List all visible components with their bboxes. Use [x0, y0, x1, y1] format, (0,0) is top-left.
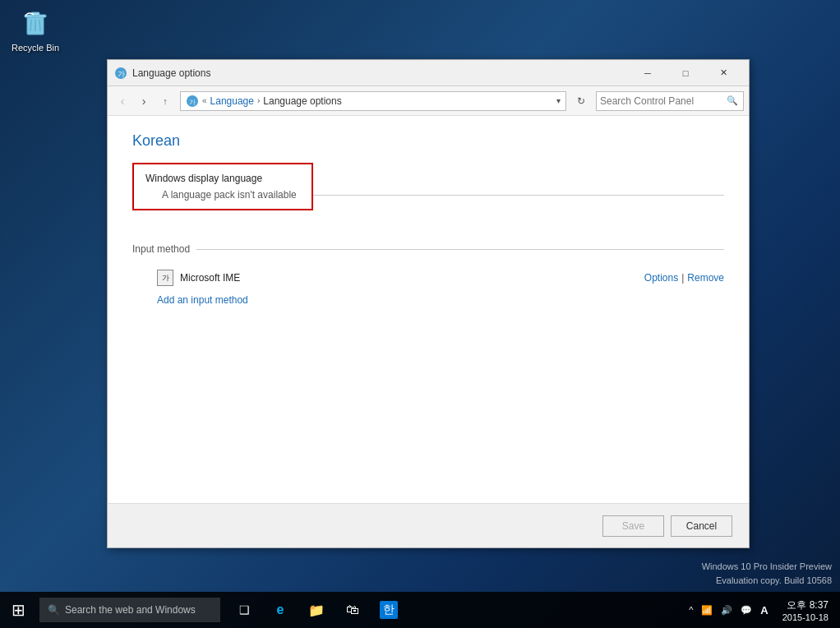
tray-message-icon[interactable]: 💬 — [738, 603, 755, 617]
language-pack-status: A language pack isn't available — [162, 189, 300, 201]
add-input-method-link[interactable]: Add an input method — [157, 294, 248, 306]
windows-watermark: Windows 10 Pro Insider Preview Evaluatio… — [702, 560, 832, 587]
forward-button[interactable]: › — [134, 91, 154, 111]
recycle-bin-icon[interactable]: Recycle Bin — [7, 7, 64, 53]
taskbar: ⊞ 🔍 Search the web and Windows ❑ e 📁 🛍 한 — [0, 592, 840, 628]
watermark-line1: Windows 10 Pro Insider Preview — [702, 560, 832, 574]
maximize-icon: □ — [683, 68, 689, 78]
svg-line-5 — [39, 20, 40, 31]
system-tray: ^ 📶 🔊 💬 A — [681, 603, 776, 618]
start-button[interactable]: ⊞ — [0, 592, 36, 628]
recycle-bin-label: Recycle Bin — [12, 43, 59, 53]
address-separator-left: « — [202, 96, 207, 105]
search-box: 🔍 — [596, 91, 744, 111]
language-bar-button[interactable]: 한 — [372, 592, 406, 628]
close-button[interactable]: ✕ — [704, 60, 742, 86]
store-button[interactable]: 🛍 — [335, 592, 370, 628]
ime-separator: | — [681, 272, 684, 284]
up-button[interactable]: ↑ — [155, 91, 175, 111]
minimize-icon: ─ — [644, 68, 651, 78]
file-explorer-button[interactable]: 📁 — [299, 592, 334, 628]
taskbar-right: ^ 📶 🔊 💬 A 오후 8:37 2015-10-18 — [681, 598, 840, 622]
start-icon: ⊞ — [12, 600, 25, 620]
svg-text:가: 가 — [189, 99, 196, 106]
window-title: Language options — [132, 67, 629, 79]
address-bar-icon: 가 — [186, 95, 199, 108]
clock-date: 2015-10-18 — [782, 612, 828, 622]
display-language-box: Windows display language A language pack… — [132, 163, 313, 210]
display-language-section-label: Windows display language — [145, 173, 300, 184]
maximize-button[interactable]: □ — [667, 60, 704, 86]
close-icon: ✕ — [720, 67, 727, 78]
tray-language-icon[interactable]: A — [758, 603, 770, 618]
tray-network-icon[interactable]: 📶 — [699, 603, 715, 617]
clock-time: 오후 8:37 — [787, 598, 828, 612]
svg-line-3 — [30, 20, 31, 31]
input-method-section-header: Input method — [132, 243, 724, 255]
taskbar-search-icon: 🔍 — [48, 604, 60, 616]
ime-options-link[interactable]: Options — [644, 272, 678, 284]
svg-text:가: 가 — [118, 70, 125, 78]
ime-char-icon: 가 — [162, 273, 169, 284]
ime-icon: 가 — [157, 270, 173, 286]
watermark-line2: Evaluation copy. Build 10568 — [702, 574, 832, 588]
ime-row: 가 Microsoft IME Options | Remove — [157, 265, 724, 291]
window-icon: 가 — [114, 67, 127, 80]
task-view-icon: ❑ — [239, 603, 250, 616]
language-bar-icon: 한 — [380, 601, 398, 619]
window-content: Korean Windows display language A langua… — [108, 116, 749, 503]
address-bar[interactable]: 가 « Language › Language options ▾ — [180, 91, 566, 111]
taskbar-pinned-apps: ❑ e 📁 🛍 한 — [227, 592, 406, 628]
input-method-line — [196, 249, 724, 250]
window-footer: Save Cancel — [108, 503, 749, 547]
refresh-button[interactable]: ↻ — [571, 91, 591, 111]
address-arrow: › — [257, 96, 260, 105]
display-language-section-header: Windows display language A language pack… — [132, 163, 724, 227]
ime-remove-link[interactable]: Remove — [687, 272, 724, 284]
edge-button[interactable]: e — [263, 592, 298, 628]
window-controls: ─ □ ✕ — [629, 60, 742, 86]
search-button[interactable]: 🔍 — [725, 94, 740, 109]
clock[interactable]: 오후 8:37 2015-10-18 — [776, 598, 835, 622]
language-title: Korean — [132, 132, 724, 150]
language-options-window: 가 Language options ─ □ ✕ ‹ › — [107, 59, 750, 548]
ime-actions: Options | Remove — [644, 272, 724, 284]
taskbar-search-placeholder: Search the web and Windows — [65, 604, 196, 616]
store-icon: 🛍 — [346, 603, 359, 617]
forward-icon: › — [142, 95, 146, 108]
navigation-bar: ‹ › ↑ 가 « Language › Language options ▾ — [108, 86, 749, 116]
display-language-line — [313, 195, 724, 196]
edge-icon: e — [277, 603, 284, 617]
address-current: Language options — [263, 95, 341, 107]
minimize-button[interactable]: ─ — [629, 60, 667, 86]
refresh-icon: ↻ — [577, 95, 585, 107]
address-language: Language — [210, 95, 254, 107]
back-button[interactable]: ‹ — [113, 91, 132, 111]
search-icon: 🔍 — [727, 95, 738, 105]
tray-volume-icon[interactable]: 🔊 — [718, 603, 735, 617]
title-bar: 가 Language options ─ □ ✕ — [108, 60, 749, 86]
save-button[interactable]: Save — [602, 515, 664, 537]
ime-name-label: Microsoft IME — [180, 272, 644, 284]
desktop: Recycle Bin 가 Language options ─ □ ✕ — [0, 0, 840, 628]
cancel-button[interactable]: Cancel — [671, 515, 732, 537]
taskbar-search-box[interactable]: 🔍 Search the web and Windows — [39, 598, 220, 622]
search-input[interactable] — [600, 95, 725, 107]
input-method-section: Input method 가 Microsoft IME Options | R… — [132, 243, 724, 306]
up-icon: ↑ — [163, 96, 168, 106]
file-explorer-icon: 📁 — [308, 603, 325, 618]
tray-chevron-icon[interactable]: ^ — [686, 603, 695, 616]
task-view-button[interactable]: ❑ — [227, 592, 261, 628]
back-icon: ‹ — [121, 95, 125, 108]
address-chevron-icon: ▾ — [556, 96, 561, 105]
input-method-section-label: Input method — [132, 243, 190, 255]
